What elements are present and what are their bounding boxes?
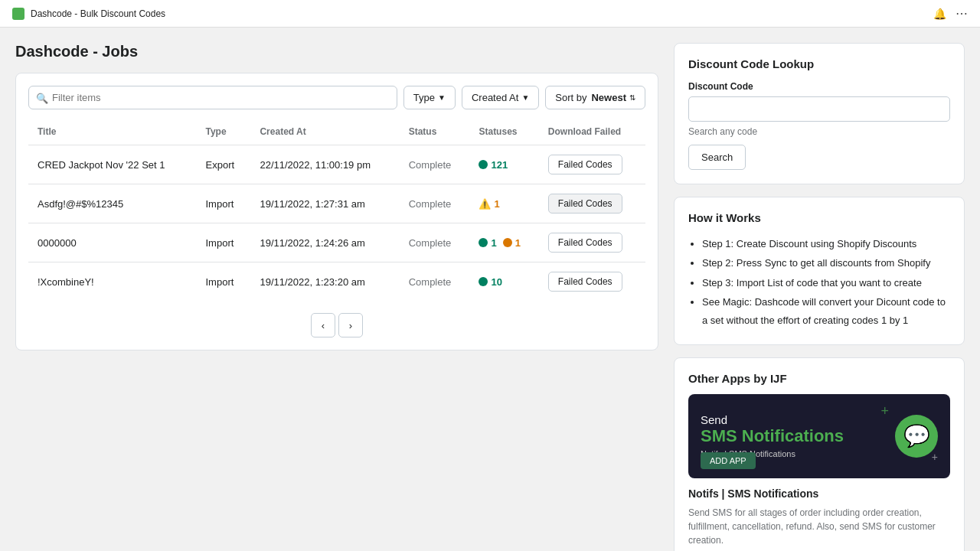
row-title: !XcombineY! [28, 262, 197, 302]
app-icon [12, 8, 24, 20]
col-type: Type [197, 119, 251, 145]
jobs-table: Title Type Created At Status Statuses Do… [28, 119, 645, 301]
other-apps-title: Other Apps by IJF [688, 372, 950, 385]
failed-codes-btn[interactable]: Failed Codes [548, 194, 622, 214]
sms-send-text: Send [701, 413, 844, 426]
search-helper-text: Search any code [688, 126, 950, 137]
col-created-at: Created At [250, 119, 399, 145]
col-title: Title [28, 119, 197, 145]
app-title: Dashcode - Bulk Discount Codes [31, 8, 165, 19]
sms-add-app-btn[interactable]: ADD APP [701, 452, 756, 469]
row-status: Complete [400, 145, 470, 184]
col-download-failed: Download Failed [539, 119, 645, 145]
how-it-works-section: How it Works Step 1: Create Discount usi… [674, 197, 965, 345]
table-row: 0000000Import19/11/2022, 1:24:26 amCompl… [28, 223, 645, 262]
orange-circle-icon [503, 238, 512, 247]
warning-icon: ⚠️ [479, 198, 491, 210]
chevron-updown-icon: ⇅ [629, 93, 635, 102]
how-it-works-step: Step 1: Create Discount using Shopify Di… [702, 235, 950, 253]
row-status: Complete [400, 223, 470, 262]
failed-codes-btn[interactable]: Failed Codes [548, 233, 622, 253]
row-statuses: ⚠️1 [469, 184, 538, 223]
row-created-at: 19/11/2022, 1:27:31 am [250, 184, 399, 223]
plus-icon-2: + [932, 451, 938, 463]
row-download-failed: Failed Codes [539, 184, 645, 223]
sort-btn[interactable]: Sort by Newest ⇅ [545, 86, 645, 109]
discount-lookup-section: Discount Code Lookup Discount Code Searc… [674, 43, 965, 184]
notif-app-desc: Send SMS for all stages of order includi… [688, 506, 950, 547]
col-status: Status [400, 119, 470, 145]
table-row: Asdfg!@#$%12345Import19/11/2022, 1:27:31… [28, 184, 645, 223]
row-title: 0000000 [28, 223, 197, 262]
discount-code-label: Discount Code [688, 81, 950, 92]
row-status: Complete [400, 262, 470, 302]
row-download-failed: Failed Codes [539, 223, 645, 262]
top-bar-right: 🔔 ⋯ [933, 6, 968, 21]
row-type: Import [197, 184, 251, 223]
row-type: Import [197, 223, 251, 262]
table-row: CRED Jackpot Nov '22 Set 1Export22/11/20… [28, 145, 645, 184]
how-it-works-list: Step 1: Create Discount using Shopify Di… [688, 235, 950, 329]
row-title: CRED Jackpot Nov '22 Set 1 [28, 145, 197, 184]
pagination: ‹ › [28, 301, 645, 337]
row-download-failed: Failed Codes [539, 145, 645, 184]
green-dot-icon [479, 160, 488, 169]
row-created-at: 19/11/2022, 1:24:26 am [250, 223, 399, 262]
notif-app-name: Notifs | SMS Notifications [688, 487, 950, 500]
row-download-failed: Failed Codes [539, 262, 645, 302]
more-icon[interactable]: ⋯ [956, 6, 968, 21]
col-statuses: Statuses [469, 119, 538, 145]
how-it-works-step: Step 2: Press Sync to get all discounts … [702, 254, 950, 272]
sms-sms-text: SMS Notifications [701, 426, 844, 446]
failed-codes-btn[interactable]: Failed Codes [548, 272, 622, 292]
chevron-down-icon: ▼ [521, 93, 529, 102]
prev-page-btn[interactable]: ‹ [311, 313, 335, 337]
type-filter-btn[interactable]: Type ▼ [403, 86, 456, 109]
how-it-works-title: How it Works [688, 211, 950, 224]
jobs-card: 🔍 Type ▼ Created At ▼ Sort by Newest ⇅ [15, 73, 658, 350]
row-created-at: 19/11/2022, 1:23:20 am [250, 262, 399, 302]
discount-code-input[interactable] [688, 96, 950, 122]
row-type: Import [197, 262, 251, 302]
row-status: Complete [400, 184, 470, 223]
failed-codes-btn[interactable]: Failed Codes [548, 155, 622, 174]
how-it-works-step: See Magic: Dashcode will convert your Di… [702, 293, 950, 329]
chevron-down-icon: ▼ [438, 93, 446, 102]
row-statuses: 10 [469, 262, 538, 302]
table-header-row: Title Type Created At Status Statuses Do… [28, 119, 645, 145]
row-statuses: 121 [469, 145, 538, 184]
table-row: !XcombineY!Import19/11/2022, 1:23:20 amC… [28, 262, 645, 302]
top-bar: Dashcode - Bulk Discount Codes 🔔 ⋯ [0, 0, 980, 28]
toolbar: 🔍 Type ▼ Created At ▼ Sort by Newest ⇅ [28, 86, 645, 109]
how-it-works-step: Step 3: Import List of code that you wan… [702, 274, 950, 292]
row-statuses: 11 [469, 223, 538, 262]
discount-lookup-title: Discount Code Lookup [688, 57, 950, 70]
row-type: Export [197, 145, 251, 184]
plus-icon: + [880, 403, 889, 419]
sms-banner: Send SMS Notifications Notifs | SMS Noti… [688, 394, 950, 478]
row-title: Asdfg!@#$%12345 [28, 184, 197, 223]
search-wrapper: 🔍 [28, 86, 397, 109]
other-apps-section: Other Apps by IJF Send SMS Notifications… [674, 357, 965, 551]
search-icon: 🔍 [36, 92, 48, 103]
next-page-btn[interactable]: › [338, 313, 363, 337]
green-dot-icon [479, 238, 488, 247]
page-wrapper: Dashcode - Jobs 🔍 Type ▼ Created At ▼ So… [0, 28, 980, 551]
green-dot-icon [479, 277, 488, 286]
created-at-filter-btn[interactable]: Created At ▼ [462, 86, 539, 109]
main-content: Dashcode - Jobs 🔍 Type ▼ Created At ▼ So… [15, 43, 658, 551]
search-input[interactable] [28, 86, 397, 109]
row-created-at: 22/11/2022, 11:00:19 pm [250, 145, 399, 184]
page-title: Dashcode - Jobs [15, 43, 658, 60]
sidebar: Discount Code Lookup Discount Code Searc… [674, 43, 965, 551]
discount-search-btn[interactable]: Search [688, 145, 746, 170]
bell-icon[interactable]: 🔔 [933, 8, 946, 20]
